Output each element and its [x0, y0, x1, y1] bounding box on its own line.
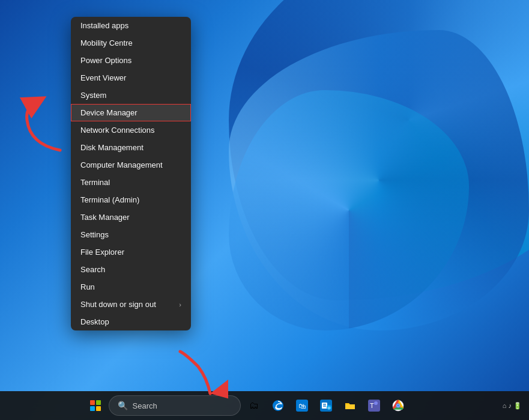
menu-item-event-viewer[interactable]: Event Viewer — [71, 69, 191, 87]
menu-label-run: Run — [80, 282, 95, 291]
menu-item-power-options[interactable]: Power Options — [71, 52, 191, 69]
menu-item-system[interactable]: System — [71, 87, 191, 104]
windows-logo-icon — [90, 400, 101, 411]
arrow-search-taskbar — [168, 348, 228, 405]
system-tray-icons[interactable]: ⌂ ♪ 🔋 — [503, 402, 522, 410]
menu-label-device-manager: Device Manager — [80, 108, 138, 117]
taskbar-icon-chrome[interactable] — [387, 395, 409, 416]
win-logo-red — [90, 400, 95, 405]
menu-label-disk-management: Disk Management — [80, 143, 144, 152]
menu-label-terminal-admin: Terminal (Admin) — [80, 195, 139, 204]
menu-label-network-connections: Network Connections — [80, 126, 155, 135]
svg-rect-6 — [323, 406, 326, 407]
menu-item-device-manager[interactable]: Device Manager — [71, 104, 191, 121]
context-menu: Installed appsMobility CentrePower Optio… — [71, 17, 191, 330]
taskbar-icon-explorer[interactable] — [339, 395, 361, 416]
arrow-device-manager — [18, 96, 66, 159]
menu-label-desktop: Desktop — [80, 317, 109, 326]
menu-item-desktop[interactable]: Desktop — [71, 313, 191, 330]
search-icon: 🔍 — [118, 401, 128, 410]
menu-item-task-manager[interactable]: Task Manager — [71, 208, 191, 226]
menu-item-terminal[interactable]: Terminal — [71, 174, 191, 191]
menu-item-installed-apps[interactable]: Installed apps — [71, 17, 191, 34]
svg-rect-5 — [323, 404, 326, 405]
svg-point-11 — [374, 401, 378, 405]
taskbar-icon-widgets[interactable]: 🗂 — [243, 395, 265, 416]
menu-item-terminal-admin[interactable]: Terminal (Admin) — [71, 191, 191, 208]
svg-text:T: T — [370, 402, 374, 409]
taskbar-system-tray: ⌂ ♪ 🔋 — [503, 402, 522, 410]
taskbar-icon-outlook[interactable]: O — [315, 395, 337, 416]
win-logo-green — [96, 400, 101, 405]
taskbar-search-label: Search — [133, 401, 157, 410]
taskbar-icon-edge[interactable] — [267, 395, 289, 416]
menu-item-search[interactable]: Search — [71, 261, 191, 278]
menu-item-disk-management[interactable]: Disk Management — [71, 139, 191, 156]
svg-text:O: O — [327, 406, 330, 410]
start-button[interactable] — [85, 395, 106, 416]
menu-item-network-connections[interactable]: Network Connections — [71, 121, 191, 139]
taskbar: 🔍 Search 🗂 🛍 O — [0, 391, 529, 420]
menu-label-search: Search — [80, 265, 105, 274]
svg-text:🛍: 🛍 — [298, 402, 306, 410]
menu-label-system: System — [80, 91, 106, 100]
taskbar-icon-teams[interactable]: T — [363, 395, 385, 416]
menu-item-shut-down[interactable]: Shut down or sign out› — [71, 296, 191, 313]
win-logo-yellow — [96, 406, 101, 411]
menu-item-mobility-centre[interactable]: Mobility Centre — [71, 34, 191, 52]
menu-label-installed-apps: Installed apps — [80, 21, 128, 30]
menu-label-event-viewer: Event Viewer — [80, 73, 126, 82]
menu-label-task-manager: Task Manager — [80, 213, 130, 222]
svg-point-16 — [397, 404, 399, 407]
menu-label-settings: Settings — [80, 230, 109, 239]
win-logo-blue — [90, 406, 95, 411]
menu-chevron-shut-down: › — [179, 301, 181, 308]
menu-item-run[interactable]: Run — [71, 278, 191, 296]
taskbar-icon-store[interactable]: 🛍 — [291, 395, 313, 416]
menu-item-settings[interactable]: Settings — [71, 226, 191, 243]
menu-label-computer-management: Computer Management — [80, 160, 163, 169]
menu-label-file-explorer: File Explorer — [80, 248, 124, 257]
menu-item-file-explorer[interactable]: File Explorer — [71, 243, 191, 261]
menu-label-power-options: Power Options — [80, 56, 131, 65]
menu-label-terminal: Terminal — [80, 178, 110, 187]
menu-label-shut-down: Shut down or sign out — [80, 300, 156, 309]
menu-label-mobility-centre: Mobility Centre — [80, 38, 133, 47]
menu-item-computer-management[interactable]: Computer Management — [71, 156, 191, 174]
taskbar-center: 🔍 Search 🗂 🛍 O — [85, 395, 409, 416]
